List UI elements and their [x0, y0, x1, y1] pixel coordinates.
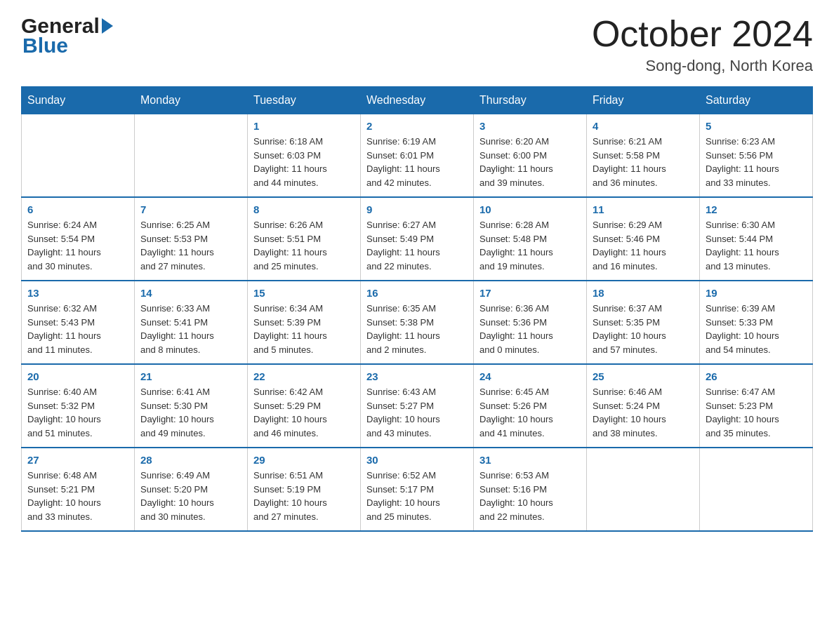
- calendar-cell: 1Sunrise: 6:18 AM Sunset: 6:03 PM Daylig…: [248, 114, 361, 198]
- header-thursday: Thursday: [474, 87, 587, 114]
- day-number: 22: [253, 370, 355, 382]
- day-info: Sunrise: 6:34 AM Sunset: 5:39 PM Dayligh…: [253, 302, 355, 356]
- day-number: 24: [479, 370, 581, 382]
- calendar-cell: 2Sunrise: 6:19 AM Sunset: 6:01 PM Daylig…: [361, 114, 474, 198]
- logo-blue: Blue: [22, 34, 113, 58]
- calendar-cell: 28Sunrise: 6:49 AM Sunset: 5:20 PM Dayli…: [135, 448, 248, 531]
- day-info: Sunrise: 6:46 AM Sunset: 5:24 PM Dayligh…: [593, 385, 694, 440]
- day-info: Sunrise: 6:48 AM Sunset: 5:21 PM Dayligh…: [27, 469, 128, 523]
- header-saturday: Saturday: [700, 87, 813, 114]
- day-number: 15: [253, 287, 355, 299]
- day-number: 23: [366, 370, 468, 382]
- calendar-cell: 29Sunrise: 6:51 AM Sunset: 5:19 PM Dayli…: [248, 448, 361, 531]
- calendar-cell: 23Sunrise: 6:43 AM Sunset: 5:27 PM Dayli…: [361, 364, 474, 448]
- calendar-cell: 18Sunrise: 6:37 AM Sunset: 5:35 PM Dayli…: [587, 281, 700, 364]
- day-info: Sunrise: 6:43 AM Sunset: 5:27 PM Dayligh…: [366, 385, 468, 440]
- day-info: Sunrise: 6:36 AM Sunset: 5:36 PM Dayligh…: [479, 302, 581, 356]
- day-number: 4: [593, 120, 694, 132]
- week-row-2: 6Sunrise: 6:24 AM Sunset: 5:54 PM Daylig…: [22, 197, 813, 281]
- day-info: Sunrise: 6:18 AM Sunset: 6:03 PM Dayligh…: [253, 135, 355, 189]
- calendar-cell: 17Sunrise: 6:36 AM Sunset: 5:36 PM Dayli…: [474, 281, 587, 364]
- day-number: 20: [27, 370, 128, 382]
- day-info: Sunrise: 6:49 AM Sunset: 5:20 PM Dayligh…: [140, 469, 241, 523]
- day-info: Sunrise: 6:42 AM Sunset: 5:29 PM Dayligh…: [253, 385, 355, 440]
- day-number: 29: [253, 454, 355, 466]
- day-number: 30: [366, 454, 468, 466]
- day-number: 27: [27, 454, 128, 466]
- calendar-cell: 15Sunrise: 6:34 AM Sunset: 5:39 PM Dayli…: [248, 281, 361, 364]
- day-info: Sunrise: 6:39 AM Sunset: 5:33 PM Dayligh…: [706, 302, 807, 356]
- day-info: Sunrise: 6:26 AM Sunset: 5:51 PM Dayligh…: [253, 218, 355, 273]
- day-number: 26: [706, 370, 807, 382]
- calendar-cell: [135, 114, 248, 198]
- day-number: 3: [479, 120, 581, 132]
- header-wednesday: Wednesday: [361, 87, 474, 114]
- day-info: Sunrise: 6:40 AM Sunset: 5:32 PM Dayligh…: [27, 385, 128, 440]
- day-number: 13: [27, 287, 128, 299]
- calendar-cell: 8Sunrise: 6:26 AM Sunset: 5:51 PM Daylig…: [248, 197, 361, 281]
- day-info: Sunrise: 6:30 AM Sunset: 5:44 PM Dayligh…: [706, 218, 807, 273]
- logo-arrow-icon: [102, 18, 113, 34]
- day-number: 11: [593, 203, 694, 215]
- calendar-cell: [587, 448, 700, 531]
- week-row-5: 27Sunrise: 6:48 AM Sunset: 5:21 PM Dayli…: [22, 448, 813, 531]
- day-number: 16: [366, 287, 468, 299]
- days-of-week-row: SundayMondayTuesdayWednesdayThursdayFrid…: [22, 87, 813, 114]
- day-info: Sunrise: 6:29 AM Sunset: 5:46 PM Dayligh…: [593, 218, 694, 273]
- title-area: October 2024 Song-dong, North Korea: [592, 14, 813, 75]
- header-tuesday: Tuesday: [248, 87, 361, 114]
- day-number: 2: [366, 120, 468, 132]
- day-number: 28: [140, 454, 241, 466]
- calendar-cell: 12Sunrise: 6:30 AM Sunset: 5:44 PM Dayli…: [700, 197, 813, 281]
- day-number: 18: [593, 287, 694, 299]
- day-info: Sunrise: 6:51 AM Sunset: 5:19 PM Dayligh…: [253, 469, 355, 523]
- day-info: Sunrise: 6:35 AM Sunset: 5:38 PM Dayligh…: [366, 302, 468, 356]
- calendar-cell: [700, 448, 813, 531]
- day-info: Sunrise: 6:47 AM Sunset: 5:23 PM Dayligh…: [706, 385, 807, 440]
- calendar-cell: 14Sunrise: 6:33 AM Sunset: 5:41 PM Dayli…: [135, 281, 248, 364]
- day-info: Sunrise: 6:21 AM Sunset: 5:58 PM Dayligh…: [593, 135, 694, 189]
- day-number: 1: [253, 120, 355, 132]
- calendar-cell: 4Sunrise: 6:21 AM Sunset: 5:58 PM Daylig…: [587, 114, 700, 198]
- header-friday: Friday: [587, 87, 700, 114]
- calendar-cell: 19Sunrise: 6:39 AM Sunset: 5:33 PM Dayli…: [700, 281, 813, 364]
- day-number: 19: [706, 287, 807, 299]
- logo: General Blue: [21, 14, 113, 58]
- day-info: Sunrise: 6:32 AM Sunset: 5:43 PM Dayligh…: [27, 302, 128, 356]
- calendar-cell: 27Sunrise: 6:48 AM Sunset: 5:21 PM Dayli…: [22, 448, 135, 531]
- calendar-cell: 25Sunrise: 6:46 AM Sunset: 5:24 PM Dayli…: [587, 364, 700, 448]
- header: General Blue October 2024 Song-dong, Nor…: [21, 14, 813, 75]
- day-number: 25: [593, 370, 694, 382]
- day-info: Sunrise: 6:45 AM Sunset: 5:26 PM Dayligh…: [479, 385, 581, 440]
- calendar-cell: [22, 114, 135, 198]
- calendar-cell: 26Sunrise: 6:47 AM Sunset: 5:23 PM Dayli…: [700, 364, 813, 448]
- header-sunday: Sunday: [22, 87, 135, 114]
- day-number: 7: [140, 203, 241, 215]
- header-monday: Monday: [135, 87, 248, 114]
- calendar-header: SundayMondayTuesdayWednesdayThursdayFrid…: [22, 87, 813, 114]
- calendar-cell: 21Sunrise: 6:41 AM Sunset: 5:30 PM Dayli…: [135, 364, 248, 448]
- calendar-cell: 31Sunrise: 6:53 AM Sunset: 5:16 PM Dayli…: [474, 448, 587, 531]
- calendar-cell: 11Sunrise: 6:29 AM Sunset: 5:46 PM Dayli…: [587, 197, 700, 281]
- day-number: 9: [366, 203, 468, 215]
- calendar-body: 1Sunrise: 6:18 AM Sunset: 6:03 PM Daylig…: [22, 114, 813, 532]
- calendar-cell: 22Sunrise: 6:42 AM Sunset: 5:29 PM Dayli…: [248, 364, 361, 448]
- calendar-cell: 10Sunrise: 6:28 AM Sunset: 5:48 PM Dayli…: [474, 197, 587, 281]
- calendar-cell: 30Sunrise: 6:52 AM Sunset: 5:17 PM Dayli…: [361, 448, 474, 531]
- day-info: Sunrise: 6:23 AM Sunset: 5:56 PM Dayligh…: [706, 135, 807, 189]
- calendar-cell: 16Sunrise: 6:35 AM Sunset: 5:38 PM Dayli…: [361, 281, 474, 364]
- day-info: Sunrise: 6:37 AM Sunset: 5:35 PM Dayligh…: [593, 302, 694, 356]
- week-row-1: 1Sunrise: 6:18 AM Sunset: 6:03 PM Daylig…: [22, 114, 813, 198]
- calendar-cell: 6Sunrise: 6:24 AM Sunset: 5:54 PM Daylig…: [22, 197, 135, 281]
- day-info: Sunrise: 6:24 AM Sunset: 5:54 PM Dayligh…: [27, 218, 128, 273]
- calendar-cell: 24Sunrise: 6:45 AM Sunset: 5:26 PM Dayli…: [474, 364, 587, 448]
- day-info: Sunrise: 6:19 AM Sunset: 6:01 PM Dayligh…: [366, 135, 468, 189]
- calendar-cell: 3Sunrise: 6:20 AM Sunset: 6:00 PM Daylig…: [474, 114, 587, 198]
- day-info: Sunrise: 6:33 AM Sunset: 5:41 PM Dayligh…: [140, 302, 241, 356]
- day-number: 17: [479, 287, 581, 299]
- day-number: 8: [253, 203, 355, 215]
- week-row-3: 13Sunrise: 6:32 AM Sunset: 5:43 PM Dayli…: [22, 281, 813, 364]
- calendar-cell: 5Sunrise: 6:23 AM Sunset: 5:56 PM Daylig…: [700, 114, 813, 198]
- day-info: Sunrise: 6:52 AM Sunset: 5:17 PM Dayligh…: [366, 469, 468, 523]
- calendar-cell: 7Sunrise: 6:25 AM Sunset: 5:53 PM Daylig…: [135, 197, 248, 281]
